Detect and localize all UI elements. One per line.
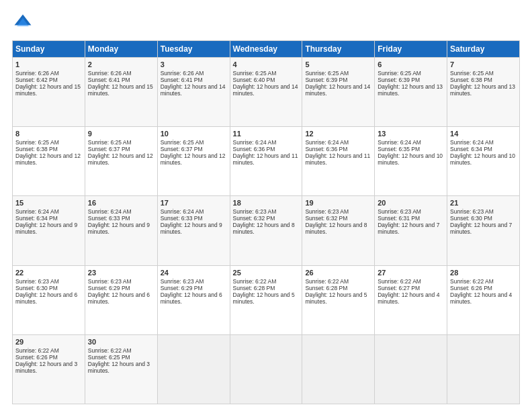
sunset-text: Sunset: 6:40 PM	[233, 77, 275, 83]
day-number: 21	[450, 199, 517, 207]
daylight-text: Daylight: 12 hours and 11 minutes.	[305, 152, 370, 166]
sunset-text: Sunset: 6:32 PM	[233, 215, 275, 222]
calendar-cell: 20Sunrise: 6:23 AMSunset: 6:31 PMDayligh…	[375, 196, 447, 265]
calendar-cell	[447, 334, 520, 404]
daylight-text: Daylight: 12 hours and 9 minutes.	[88, 222, 150, 235]
sunrise-text: Sunrise: 6:22 AM	[88, 347, 132, 354]
daylight-text: Daylight: 12 hours and 15 minutes.	[15, 83, 81, 97]
daylight-text: Daylight: 12 hours and 6 minutes.	[88, 291, 150, 305]
daylight-text: Daylight: 12 hours and 5 minutes.	[233, 291, 295, 305]
daylight-text: Daylight: 12 hours and 4 minutes.	[450, 291, 512, 305]
day-number: 25	[233, 269, 300, 277]
sunrise-text: Sunrise: 6:24 AM	[450, 139, 494, 146]
calendar-cell	[157, 334, 230, 404]
sunset-text: Sunset: 6:29 PM	[88, 285, 130, 291]
daylight-text: Daylight: 12 hours and 4 minutes.	[378, 291, 439, 305]
day-number: 9	[88, 130, 154, 138]
calendar-cell: 7Sunrise: 6:25 AMSunset: 6:38 PMDaylight…	[447, 58, 520, 127]
sunset-text: Sunset: 6:26 PM	[15, 354, 58, 361]
day-number: 6	[378, 60, 444, 68]
daylight-text: Daylight: 12 hours and 14 minutes.	[161, 83, 226, 97]
daylight-text: Daylight: 12 hours and 12 minutes.	[88, 152, 153, 166]
daylight-text: Daylight: 12 hours and 13 minutes.	[450, 83, 515, 97]
sunset-text: Sunset: 6:41 PM	[88, 77, 130, 83]
calendar-week-row: 1Sunrise: 6:26 AMSunset: 6:42 PMDaylight…	[13, 58, 520, 127]
calendar-cell: 25Sunrise: 6:22 AMSunset: 6:28 PMDayligh…	[230, 265, 302, 334]
day-number: 23	[88, 269, 154, 277]
day-number: 5	[305, 60, 371, 68]
day-number: 29	[15, 338, 82, 346]
calendar-cell: 3Sunrise: 6:26 AMSunset: 6:41 PMDaylight…	[157, 58, 230, 127]
calendar-week-row: 15Sunrise: 6:24 AMSunset: 6:34 PMDayligh…	[13, 196, 520, 265]
day-number: 10	[161, 130, 227, 138]
sunrise-text: Sunrise: 6:23 AM	[233, 208, 277, 215]
day-number: 8	[15, 130, 82, 138]
day-number: 28	[450, 269, 517, 277]
page: SundayMondayTuesdayWednesdayThursdayFrid…	[0, 0, 532, 411]
sunset-text: Sunset: 6:28 PM	[233, 285, 275, 291]
sunrise-text: Sunrise: 6:23 AM	[15, 278, 59, 285]
calendar-cell: 8Sunrise: 6:25 AMSunset: 6:38 PMDaylight…	[13, 127, 85, 196]
logo-icon	[12, 12, 34, 34]
day-number: 18	[233, 199, 300, 207]
daylight-text: Daylight: 12 hours and 3 minutes.	[15, 361, 77, 374]
daylight-text: Daylight: 12 hours and 3 minutes.	[88, 361, 150, 374]
calendar-cell: 19Sunrise: 6:23 AMSunset: 6:32 PMDayligh…	[302, 196, 375, 265]
calendar-header-row: SundayMondayTuesdayWednesdayThursdayFrid…	[13, 41, 520, 58]
sunset-text: Sunset: 6:42 PM	[15, 77, 58, 83]
day-number: 27	[378, 269, 444, 277]
sunrise-text: Sunrise: 6:23 AM	[305, 208, 349, 215]
sunset-text: Sunset: 6:30 PM	[15, 285, 58, 291]
sunrise-text: Sunrise: 6:24 AM	[233, 139, 277, 146]
day-number: 26	[305, 269, 371, 277]
daylight-text: Daylight: 12 hours and 7 minutes.	[450, 222, 512, 235]
daylight-text: Daylight: 12 hours and 14 minutes.	[233, 83, 298, 97]
sunset-text: Sunset: 6:34 PM	[15, 215, 58, 222]
calendar-cell: 21Sunrise: 6:23 AMSunset: 6:30 PMDayligh…	[447, 196, 520, 265]
calendar-cell	[375, 334, 447, 404]
calendar-cell: 10Sunrise: 6:25 AMSunset: 6:37 PMDayligh…	[157, 127, 230, 196]
day-number: 12	[305, 130, 371, 138]
sunset-text: Sunset: 6:36 PM	[233, 146, 275, 152]
sunset-text: Sunset: 6:30 PM	[450, 215, 492, 222]
day-number: 22	[15, 269, 82, 277]
sunrise-text: Sunrise: 6:22 AM	[378, 278, 421, 285]
calendar-cell: 28Sunrise: 6:22 AMSunset: 6:26 PMDayligh…	[447, 265, 520, 334]
daylight-text: Daylight: 12 hours and 10 minutes.	[378, 152, 443, 166]
day-number: 13	[378, 130, 444, 138]
sunset-text: Sunset: 6:32 PM	[305, 215, 347, 222]
sunset-text: Sunset: 6:41 PM	[161, 77, 203, 83]
sunset-text: Sunset: 6:25 PM	[88, 354, 130, 361]
sunrise-text: Sunrise: 6:22 AM	[15, 347, 59, 354]
calendar-cell: 6Sunrise: 6:25 AMSunset: 6:39 PMDaylight…	[375, 58, 447, 127]
calendar-cell: 17Sunrise: 6:24 AMSunset: 6:33 PMDayligh…	[157, 196, 230, 265]
day-number: 3	[161, 60, 227, 68]
sunset-text: Sunset: 6:29 PM	[161, 285, 203, 291]
day-number: 30	[88, 338, 154, 346]
sunrise-text: Sunrise: 6:23 AM	[450, 208, 494, 215]
day-number: 19	[305, 199, 371, 207]
calendar-cell: 26Sunrise: 6:22 AMSunset: 6:28 PMDayligh…	[302, 265, 375, 334]
calendar-cell	[230, 334, 302, 404]
calendar-cell: 30Sunrise: 6:22 AMSunset: 6:25 PMDayligh…	[85, 334, 157, 404]
sunrise-text: Sunrise: 6:22 AM	[450, 278, 494, 285]
sunrise-text: Sunrise: 6:23 AM	[161, 278, 204, 285]
day-number: 15	[15, 199, 82, 207]
calendar-header-monday: Monday	[85, 41, 157, 58]
sunrise-text: Sunrise: 6:25 AM	[15, 139, 59, 146]
calendar-cell: 29Sunrise: 6:22 AMSunset: 6:26 PMDayligh…	[13, 334, 85, 404]
calendar-cell: 1Sunrise: 6:26 AMSunset: 6:42 PMDaylight…	[13, 58, 85, 127]
day-number: 2	[88, 60, 154, 68]
calendar-cell: 16Sunrise: 6:24 AMSunset: 6:33 PMDayligh…	[85, 196, 157, 265]
calendar-cell: 15Sunrise: 6:24 AMSunset: 6:34 PMDayligh…	[13, 196, 85, 265]
calendar-cell	[302, 334, 375, 404]
calendar-cell: 23Sunrise: 6:23 AMSunset: 6:29 PMDayligh…	[85, 265, 157, 334]
daylight-text: Daylight: 12 hours and 6 minutes.	[15, 291, 77, 305]
logo	[12, 12, 36, 34]
sunset-text: Sunset: 6:37 PM	[88, 146, 130, 152]
daylight-text: Daylight: 12 hours and 9 minutes.	[161, 222, 222, 235]
sunset-text: Sunset: 6:37 PM	[161, 146, 203, 152]
sunset-text: Sunset: 6:39 PM	[305, 77, 347, 83]
sunrise-text: Sunrise: 6:25 AM	[450, 70, 494, 77]
calendar-cell: 27Sunrise: 6:22 AMSunset: 6:27 PMDayligh…	[375, 265, 447, 334]
